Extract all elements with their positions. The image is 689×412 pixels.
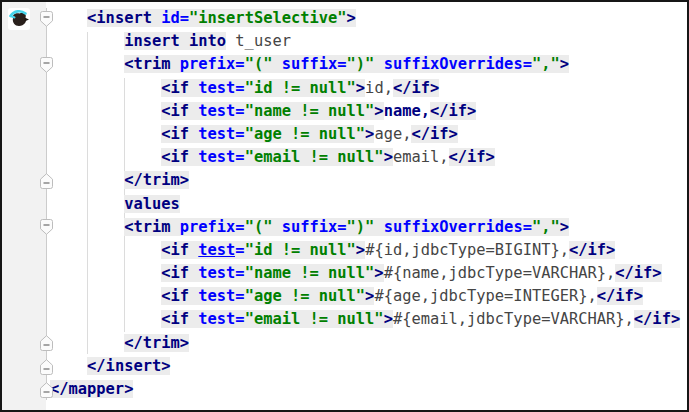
code-line[interactable]: </trim> [46, 169, 687, 192]
code-line[interactable]: <if test="age != null">#{age,jdbcType=IN… [46, 285, 687, 308]
editor-frame: <insert id="insertSelective"> insert int… [0, 0, 689, 412]
code-line[interactable]: <if test="email != null">#{email,jdbcTyp… [46, 308, 687, 331]
code-line[interactable]: <insert id="insertSelective"> [46, 7, 687, 30]
code-line[interactable]: </mapper> [46, 378, 687, 401]
code-line[interactable]: <trim prefix="(" suffix=")" suffixOverri… [46, 216, 687, 239]
code-line[interactable]: values [46, 193, 687, 216]
fold-marker-collapse-end[interactable] [40, 173, 53, 189]
code-line[interactable]: </insert> [46, 355, 687, 378]
fold-marker-collapse-start[interactable] [40, 57, 53, 73]
code-line[interactable]: </trim> [46, 332, 687, 355]
code-line[interactable]: <if test="age != null">age,</if> [46, 123, 687, 146]
code-line[interactable]: <if test="name != null">name,</if> [46, 100, 687, 123]
mybatis-bird-icon[interactable] [8, 8, 30, 30]
code-line[interactable]: <trim prefix="(" suffix=")" suffixOverri… [46, 53, 687, 76]
code-area[interactable]: <insert id="insertSelective"> insert int… [46, 7, 687, 401]
fold-marker-collapse-end[interactable] [40, 359, 53, 375]
code-line[interactable]: <if test="email != null">email,</if> [46, 146, 687, 169]
fold-marker-collapse-end[interactable] [40, 335, 53, 351]
code-line[interactable]: <if test="name != null">#{name,jdbcType=… [46, 262, 687, 285]
fold-marker-collapse-start[interactable] [40, 219, 53, 235]
code-line[interactable]: insert into t_user [46, 30, 687, 53]
fold-marker-collapse-end[interactable] [40, 382, 53, 398]
fold-marker-collapse-start[interactable] [40, 11, 53, 27]
code-line[interactable]: <if test="id != null">#{id,jdbcType=BIGI… [46, 239, 687, 262]
code-line[interactable]: <if test="id != null">id,</if> [46, 77, 687, 100]
